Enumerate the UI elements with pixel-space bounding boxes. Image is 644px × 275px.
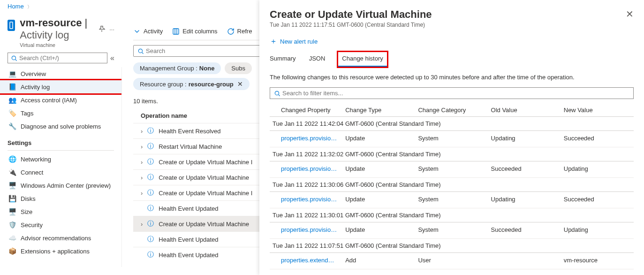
sidebar-item-advisor-recommendations[interactable]: ☁️Advisor recommendations (0, 231, 121, 244)
changed-property-link[interactable]: properties.provision… (281, 226, 337, 233)
change-description: The following changes to this resource w… (270, 74, 634, 81)
change-row[interactable]: properties.extended…AddUservm-resource (270, 253, 634, 269)
edit-columns-button[interactable]: Edit columns (172, 28, 217, 35)
operation-name: Health Event Updated (159, 236, 218, 243)
filter-management-group[interactable]: Management Group : None (133, 62, 221, 74)
tab-change-history[interactable]: Change history (338, 52, 386, 67)
blade-tabs: Summary JSON Change history (270, 52, 634, 67)
change-type: Update (342, 131, 415, 147)
info-icon: ⓘ (147, 220, 154, 228)
info-icon: ⓘ (147, 158, 154, 166)
sidebar-item-label: Connect (21, 169, 43, 176)
new-value: Updating (561, 222, 634, 239)
change-category: User (415, 253, 488, 269)
change-type: Update (342, 192, 415, 208)
old-value: Succeeded (488, 161, 561, 178)
change-group-time: Tue Jan 11 2022 11:30:06 GMT-0600 (Centr… (270, 178, 634, 192)
sidebar-item-connect[interactable]: 🔌Connect (0, 166, 121, 179)
tab-summary[interactable]: Summary (270, 52, 296, 67)
blade-subtitle: Tue Jan 11 2022 11:17:51 GMT-0600 (Centr… (270, 22, 432, 28)
changed-property-link[interactable]: properties.provision… (281, 165, 337, 172)
sidebar-item-label: Access control (IAM) (21, 97, 77, 104)
col-change-type: Change Type (342, 103, 415, 117)
change-group-time: Tue Jan 11 2022 11:30:01 GMT-0600 (Centr… (270, 208, 634, 222)
change-row[interactable]: properties.provision…UpdateSystemUpdatin… (270, 192, 634, 208)
old-value: Updating (488, 131, 561, 147)
change-table: Changed Property Change Type Change Cate… (270, 103, 634, 269)
nav-icon: ☁️ (8, 234, 16, 242)
change-row[interactable]: properties.provision…UpdateSystemUpdatin… (270, 131, 634, 147)
nav-icon: 💾 (8, 195, 16, 202)
changed-property-link[interactable]: properties.extended… (281, 257, 337, 264)
nav-icon: 📘 (8, 83, 16, 91)
info-icon: ⓘ (147, 235, 154, 244)
change-filter-search[interactable] (270, 87, 634, 99)
svg-point-0 (12, 56, 15, 60)
chevron-down-icon (133, 28, 141, 35)
nav-icon: 📦 (8, 247, 16, 255)
breadcrumb-home[interactable]: Home (8, 3, 24, 10)
change-row[interactable]: properties.provision…UpdateSystemSucceed… (270, 161, 634, 178)
tab-json[interactable]: JSON (309, 52, 326, 67)
chevron-right-icon: › (141, 159, 143, 166)
refresh-button[interactable]: Refre (227, 28, 252, 35)
sidebar-item-tags[interactable]: 🏷️Tags (0, 107, 121, 120)
sidebar-search[interactable] (8, 53, 107, 63)
remove-filter-icon[interactable]: ✕ (237, 80, 243, 88)
sidebar-item-networking[interactable]: 🌐Networking (0, 153, 121, 166)
nav-icon: 💻 (8, 70, 16, 77)
change-type: Update (342, 222, 415, 239)
nav-icon: 🔧 (8, 122, 16, 130)
sidebar-item-label: Security (21, 222, 43, 229)
sidebar-item-extensions-applications[interactable]: 📦Extensions + applications (0, 244, 121, 258)
operation-name: Create or Update Virtual Machine (159, 174, 249, 181)
sidebar-item-diagnose-and-solve-problems[interactable]: 🔧Diagnose and solve problems (0, 120, 121, 133)
search-icon (11, 55, 17, 61)
nav-icon: 👥 (8, 96, 16, 104)
sidebar-item-activity-log[interactable]: 📘Activity log (0, 80, 121, 93)
info-icon: ⓘ (147, 204, 154, 213)
col-change-category: Change Category (415, 103, 488, 117)
sidebar-item-access-control-iam-[interactable]: 👥Access control (IAM) (0, 93, 121, 107)
collapse-sidebar-icon[interactable]: « (110, 54, 114, 62)
close-blade-button[interactable]: ✕ (626, 8, 634, 20)
svg-point-2 (138, 49, 142, 53)
new-alert-rule-button[interactable]: ＋ New alert rule (270, 37, 634, 46)
nav-icon: 🛡️ (8, 221, 16, 229)
left-panel: vm-resource | Activity log ··· Virtual m… (0, 14, 122, 275)
new-value: Succeeded (561, 192, 634, 208)
info-icon: ⓘ (147, 173, 154, 182)
chevron-right-icon: › (141, 190, 143, 197)
sidebar-item-disks[interactable]: 💾Disks (0, 192, 121, 205)
sidebar-item-label: Diagnose and solve problems (21, 123, 101, 130)
activity-button[interactable]: Activity (133, 28, 163, 35)
detail-blade: Create or Update Virtual Machine Tue Jan… (259, 0, 644, 275)
new-value: Succeeded (561, 131, 634, 147)
sidebar-item-size[interactable]: 🖥️Size (0, 205, 121, 218)
pin-icon[interactable] (98, 25, 106, 34)
chevron-right-icon: › (141, 221, 143, 228)
filter-resource-group[interactable]: Resource group : resource-group✕ (133, 78, 250, 90)
sidebar-item-security[interactable]: 🛡️Security (0, 218, 121, 231)
sidebar-item-label: Extensions + applications (21, 248, 90, 255)
changed-property-link[interactable]: properties.provision… (281, 135, 337, 142)
sidebar-item-windows-admin-center-preview-[interactable]: 🖥️Windows Admin Center (preview) (0, 179, 121, 192)
sidebar-item-label: Tags (21, 110, 33, 117)
sidebar-item-label: Networking (21, 156, 51, 163)
more-icon[interactable]: ··· (109, 26, 114, 33)
change-row[interactable]: properties.provision…UpdateSystemSucceed… (270, 222, 634, 239)
sidebar-search-input[interactable] (17, 54, 104, 61)
operation-name: Create or Update Virtual Machine I (159, 159, 252, 166)
col-changed-property: Changed Property (270, 103, 342, 117)
sidebar-item-overview[interactable]: 💻Overview (0, 67, 121, 80)
change-group-time: Tue Jan 11 2022 11:07:51 GMT-0600 (Centr… (270, 239, 634, 253)
operation-name: Create or Update Virtual Machine (159, 221, 249, 228)
changed-property-link[interactable]: properties.provision… (281, 196, 337, 203)
change-category: System (415, 131, 488, 147)
change-filter-input[interactable] (282, 90, 629, 97)
info-icon: ⓘ (147, 189, 154, 197)
filter-subscription[interactable]: Subs (225, 62, 252, 74)
change-group-time: Tue Jan 11 2022 11:42:04 GMT-0600 (Centr… (270, 117, 634, 131)
plus-icon: ＋ (270, 37, 277, 46)
svg-point-3 (275, 91, 279, 95)
